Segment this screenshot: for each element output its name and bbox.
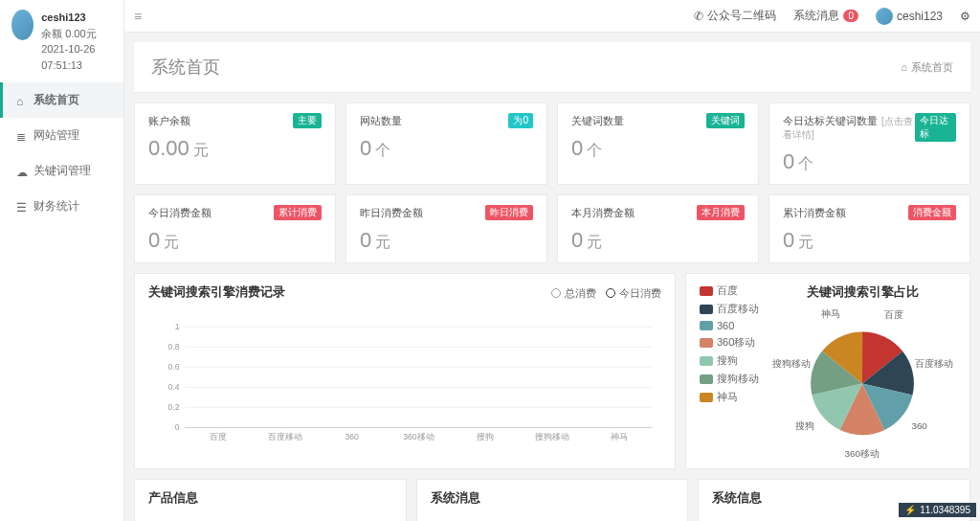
stat-value: 0元 (360, 228, 533, 253)
svg-text:百度移动: 百度移动 (915, 358, 953, 369)
avatar (11, 10, 33, 40)
avatar-small (876, 8, 893, 25)
chart-legend: 总消费 今日消费 (551, 286, 661, 301)
svg-text:0.2: 0.2 (168, 402, 180, 412)
stat-hint[interactable]: [点击查看详情] (783, 116, 913, 140)
product-info-panel: 产品信息 产品名称clown产品设计及研发团队自主研发所在用户组普通用户 (134, 479, 407, 521)
user-menu[interactable]: ceshi123 (876, 8, 943, 25)
stat-value: 0元 (783, 228, 956, 253)
stat-tag: 主要 (293, 113, 322, 128)
nav-label: 网站管理 (33, 127, 79, 144)
svg-text:搜狗移动: 搜狗移动 (535, 432, 569, 442)
svg-text:百度: 百度 (210, 432, 227, 442)
nav-label: 系统首页 (33, 92, 79, 108)
stat-value: 0个 (783, 149, 956, 174)
legend-item[interactable]: 360 (700, 320, 759, 331)
legend-item[interactable]: 神马 (700, 390, 759, 404)
home-icon: ⌂ (16, 95, 28, 106)
user-balance: 余额 0.00元 (41, 26, 112, 42)
svg-text:360移动: 360移动 (403, 432, 434, 442)
user-name: ceshi123 (41, 10, 112, 26)
layers-icon: ≣ (16, 130, 28, 142)
stat-value: 0个 (360, 136, 533, 161)
msg-line[interactable]: 您有0个待审核的关键词 (431, 514, 675, 521)
stat-tag: 关键词 (706, 113, 745, 128)
consumption-chart-panel: 关键词搜索引擎消费记录 总消费 今日消费 00.20.40.60.81 百度百度… (134, 273, 676, 469)
stat-tag: 今日达标 (915, 113, 956, 142)
svg-text:搜狗: 搜狗 (795, 420, 814, 431)
stat-value: 0元 (571, 228, 745, 253)
svg-text:1: 1 (175, 322, 180, 331)
legend-item[interactable]: 百度 (700, 283, 759, 298)
pie-chart: 百度百度移动360360移动搜狗搜狗移动神马 (768, 308, 956, 459)
breadcrumb[interactable]: ⌂ 系统首页 (901, 60, 953, 75)
nav-item-finance[interactable]: ☰ 财务统计 (0, 189, 123, 224)
msg-badge: 0 (843, 10, 858, 22)
bolt-icon: ⚡ (904, 505, 916, 515)
home-icon: ⌂ (901, 61, 907, 73)
stat-card: 今日消费金额累计消费0元 (134, 194, 336, 263)
stat-label: 网站数量 (360, 114, 402, 128)
pie-title: 关键词搜索引擎占比 (768, 283, 956, 301)
svg-text:0.8: 0.8 (168, 342, 180, 351)
page-header: 系统首页 ⌂ 系统首页 (134, 42, 970, 93)
svg-text:360移动: 360移动 (845, 448, 880, 459)
svg-text:百度: 百度 (884, 309, 903, 320)
qr-link[interactable]: ✆ 公众号二维码 (694, 8, 776, 24)
stat-card: 网站数量为00个 (345, 102, 547, 185)
stat-cards-row-1: 账户余额主要0.00元网站数量为00个关键词数量关键词0个今日达标关键词数量[点… (124, 102, 980, 185)
legend-item[interactable]: 百度移动 (700, 302, 759, 316)
legend-item[interactable]: 搜狗 (700, 353, 759, 368)
stat-cards-row-2: 今日消费金额累计消费0元昨日消费金额昨日消费0元本月消费金额本月消费0元累计消费… (124, 194, 980, 263)
page-title: 系统首页 (151, 56, 220, 79)
panel-title: 产品信息 (148, 489, 392, 507)
pie-chart-panel: 百度百度移动360360移动搜狗搜狗移动神马 关键词搜索引擎占比 百度百度移动3… (685, 273, 970, 469)
list-icon: ☰ (16, 201, 28, 213)
svg-text:搜狗移动: 搜狗移动 (772, 358, 811, 369)
svg-text:0.6: 0.6 (168, 362, 180, 372)
svg-text:搜狗: 搜狗 (477, 432, 494, 442)
svg-text:神马: 神马 (611, 432, 628, 442)
stat-tag: 昨日消费 (485, 205, 533, 220)
stat-card: 账户余额主要0.00元 (134, 102, 336, 185)
table-row: 产品名称clown (150, 516, 390, 521)
sysmsg-panel: 系统消息 您有0个待审核的关键词您有0个申请停止优化的关键词您有0个申请退款的关… (416, 479, 689, 521)
legend-item[interactable]: 360移动 (700, 335, 759, 350)
bar-chart: 00.20.40.60.81 百度百度移动360360移动搜狗搜狗移动神马 (148, 308, 661, 446)
svg-text:0: 0 (175, 422, 180, 432)
hamburger-icon[interactable]: ≡ (134, 9, 142, 24)
pie-legend: 百度百度移动360360移动搜狗搜狗移动神马 (700, 283, 759, 459)
user-timestamp: 2021-10-26 07:51:13 (41, 41, 112, 73)
product-table: 产品名称clown产品设计及研发团队自主研发所在用户组普通用户 (148, 514, 392, 521)
chart-title: 关键词搜索引擎消费记录 (148, 283, 285, 301)
stat-label: 今日达标关键词数量[点击查看详情] (783, 114, 915, 142)
cloud-icon: ☁ (16, 166, 28, 177)
stat-card: 昨日消费金额昨日消费0元 (345, 194, 547, 263)
stat-label: 累计消费金额 (783, 206, 846, 220)
msg-link[interactable]: 系统消息 0 (793, 8, 858, 24)
perf-badge[interactable]: ⚡ 11.0348395 (899, 503, 976, 517)
stat-tag: 为0 (508, 113, 533, 128)
stat-tag: 累计消费 (274, 205, 322, 220)
svg-text:0.4: 0.4 (168, 382, 180, 392)
stat-label: 账户余额 (148, 114, 190, 128)
panel-title: 系统消息 (431, 489, 675, 507)
nav-item-site[interactable]: ≣ 网站管理 (0, 118, 123, 153)
svg-text:百度移动: 百度移动 (268, 432, 302, 442)
stat-tag: 消费金额 (908, 205, 956, 220)
stat-tag: 本月消费 (697, 205, 745, 220)
legend-item[interactable]: 搜狗移动 (700, 372, 759, 386)
svg-text:360: 360 (345, 432, 359, 442)
stat-value: 0.00元 (148, 136, 322, 161)
sysinfo-key: clown系统版本 (714, 516, 819, 521)
stat-label: 关键词数量 (571, 114, 624, 128)
nav-item-home[interactable]: ⌂ 系统首页 (0, 82, 123, 118)
stat-card: 累计消费金额消费金额0元 (768, 194, 970, 263)
settings-icon[interactable]: ⚙ (960, 10, 970, 23)
stat-value: 0个 (571, 136, 745, 161)
stat-label: 今日消费金额 (148, 206, 212, 220)
stat-value: 0元 (148, 228, 322, 253)
svg-text:神马: 神马 (821, 308, 840, 319)
nav-label: 关键词管理 (33, 163, 91, 179)
nav-item-keyword[interactable]: ☁ 关键词管理 (0, 153, 123, 189)
